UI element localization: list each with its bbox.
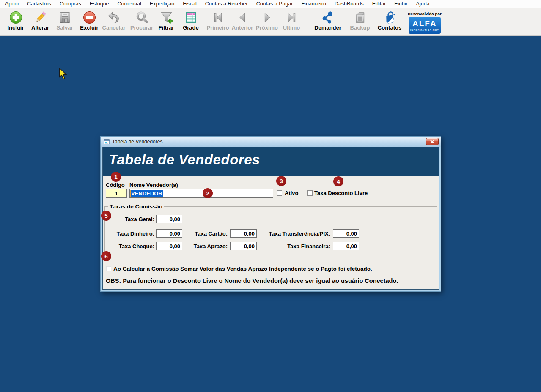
window-titlebar[interactable]: Tabela de Vendedores <box>101 137 441 147</box>
toolbar-button-proximo: Próximo <box>255 11 279 31</box>
form-icon <box>104 139 110 145</box>
annotation-badge-6: 6 <box>101 251 111 261</box>
menu-item-expedicao[interactable]: Expedição <box>146 0 179 8</box>
toolbar-label: Contatos <box>378 25 401 31</box>
menu-item-contas-a-receber[interactable]: Contas a Receber <box>201 0 252 8</box>
annotation-badge-3: 3 <box>276 176 286 186</box>
menu-item-dashboards[interactable]: DashBoards <box>330 0 368 8</box>
toolbar-label: Filtrar <box>159 25 174 31</box>
menu-item-comercial[interactable]: Comercial <box>113 0 146 8</box>
ativo-label: Ativo <box>285 190 299 196</box>
ativo-checkbox[interactable] <box>277 190 282 196</box>
alfa-logo-text: ALFA <box>412 19 437 27</box>
menu-item-ajuda[interactable]: Ajuda <box>412 0 434 8</box>
toolbar: Incluir Alterar Salvar Excluir Cancelar … <box>0 8 541 36</box>
menu-item-editar[interactable]: Editar <box>368 0 390 8</box>
toolbar-label: Excluir <box>80 25 98 31</box>
toolbar-label: Procurar <box>130 25 153 31</box>
share-icon <box>321 11 335 25</box>
window-client-area: Tabela de Vendedores 1 2 3 4 5 6 Código … <box>102 147 439 290</box>
taxa-desconto-livre-checkbox[interactable] <box>307 190 313 196</box>
last-icon <box>285 11 299 25</box>
toolbar-button-alterar[interactable]: Alterar <box>28 11 52 31</box>
save-icon <box>58 11 72 25</box>
tabela-de-vendedores-window: Tabela de Vendedores Tabela de Vendedore… <box>100 136 441 292</box>
toolbar-label: Ùltimo <box>283 25 300 31</box>
nome-vendedor-label: Nome Vendedor(a) <box>129 182 178 188</box>
toolbar-button-excluir[interactable]: Excluir <box>77 11 102 31</box>
next-icon <box>260 11 274 25</box>
close-button[interactable] <box>426 138 439 145</box>
menu-item-apoio[interactable]: Apoio <box>1 0 23 8</box>
form-header-title: Tabela de Vendedores <box>109 152 260 168</box>
taxa-desconto-livre-label: Taxa Desconto Livre <box>314 190 368 196</box>
toolbar-button-cancelar: Cancelar <box>102 11 126 31</box>
taxa-transferencia-pix-label: Taxa Transferência/PIX: <box>249 230 330 237</box>
taxa-financeira-field[interactable]: 0,00 <box>333 242 359 250</box>
somar-vendas-aprazo-label: Ao Calcular a Comissão Somar Valor das V… <box>113 266 372 272</box>
codigo-field[interactable]: 1 <box>106 189 127 198</box>
toolbar-label: Alterar <box>31 25 49 31</box>
shopping-bag-icon <box>383 11 397 25</box>
toolbar-separator <box>440 10 440 35</box>
taxas-de-comissao-title: Taxas de Comissão <box>108 203 164 210</box>
menu-item-exibir[interactable]: Exibir <box>390 0 412 8</box>
toolbar-label: Demander <box>314 25 341 31</box>
toolbar-label: Próximo <box>256 25 278 31</box>
toolbar-button-grade[interactable]: Grade <box>179 11 203 31</box>
alfa-logo-subtext: INFORMÁTICA.NET <box>410 28 439 32</box>
taxa-transferencia-pix-field[interactable]: 0,00 <box>333 229 359 238</box>
menu-item-contas-a-pagar[interactable]: Contas a Pagar <box>252 0 297 8</box>
toolbar-label: Salvar <box>56 25 73 31</box>
form-header-band: Tabela de Vendedores <box>103 147 439 176</box>
grid-icon <box>184 11 198 25</box>
filter-icon <box>159 11 173 25</box>
toolbar-button-primeiro: Primeiro <box>206 11 230 31</box>
cursor-icon <box>58 68 68 80</box>
first-icon <box>211 11 225 25</box>
toolbar-label: Cancelar <box>102 25 126 31</box>
close-icon <box>430 140 434 143</box>
taxa-cartao-label: Taxa Cartão: <box>178 230 228 237</box>
plus-icon <box>9 11 23 25</box>
toolbar-button-incluir[interactable]: Incluir <box>3 11 28 31</box>
menu-bar: Apoio Cadastros Compras Estoque Comercia… <box>0 0 541 8</box>
menu-item-compras[interactable]: Compras <box>55 0 85 8</box>
menu-item-financeiro[interactable]: Financeiro <box>297 0 330 8</box>
minus-icon <box>82 11 96 25</box>
toolbar-button-backup: Backup <box>347 11 373 31</box>
annotation-badge-5: 5 <box>101 211 111 221</box>
codigo-label: Código <box>106 182 125 188</box>
toolbar-label: Anterior <box>232 25 253 31</box>
toolbar-button-anterior: Anterior <box>230 11 255 31</box>
toolbar-label: Backup <box>350 25 370 31</box>
taxa-geral-field[interactable]: 0,00 <box>156 215 182 223</box>
taxa-aprazo-label: Taxa Aprazo: <box>178 243 228 249</box>
undo-icon <box>107 11 121 25</box>
obs-note: OBS: Para funcionar o Desconto Livre o N… <box>106 277 398 284</box>
somar-vendas-aprazo-checkbox[interactable] <box>106 266 111 271</box>
selected-text: VENDEDOR <box>131 190 163 197</box>
mdi-desktop: Tabela de Vendedores Tabela de Vendedore… <box>0 36 541 392</box>
toolbar-label: Grade <box>183 25 199 31</box>
brand-tagline: Desenvolvido por <box>408 11 442 16</box>
toolbar-button-ultimo: Ùltimo <box>279 11 304 31</box>
toolbar-button-procurar: Procurar <box>129 11 154 31</box>
toolbar-button-filtrar[interactable]: Filtrar <box>154 11 179 31</box>
taxa-financeira-label: Taxa Financeira: <box>249 243 330 249</box>
search-icon <box>135 11 149 25</box>
toolbar-button-demander[interactable]: Demander <box>314 11 342 31</box>
alfa-logo[interactable]: ALFA INFORMÁTICA.NET <box>409 17 441 34</box>
menu-item-estoque[interactable]: Estoque <box>85 0 113 8</box>
toolbar-button-contatos[interactable]: Contatos <box>376 11 403 31</box>
menu-item-cadastros[interactable]: Cadastros <box>23 0 55 8</box>
previous-icon <box>236 11 250 25</box>
annotation-badge-4: 4 <box>333 176 343 186</box>
toolbar-label: Incluir <box>7 25 24 31</box>
nome-vendedor-field[interactable]: VENDEDOR <box>129 189 273 198</box>
window-title: Tabela de Vendedores <box>112 139 162 145</box>
taxa-dinheiro-label: Taxa Dinheiro: <box>107 230 154 237</box>
pencil-icon <box>33 11 47 25</box>
annotation-badge-1: 1 <box>111 172 121 182</box>
menu-item-fiscal[interactable]: Fiscal <box>179 0 201 8</box>
